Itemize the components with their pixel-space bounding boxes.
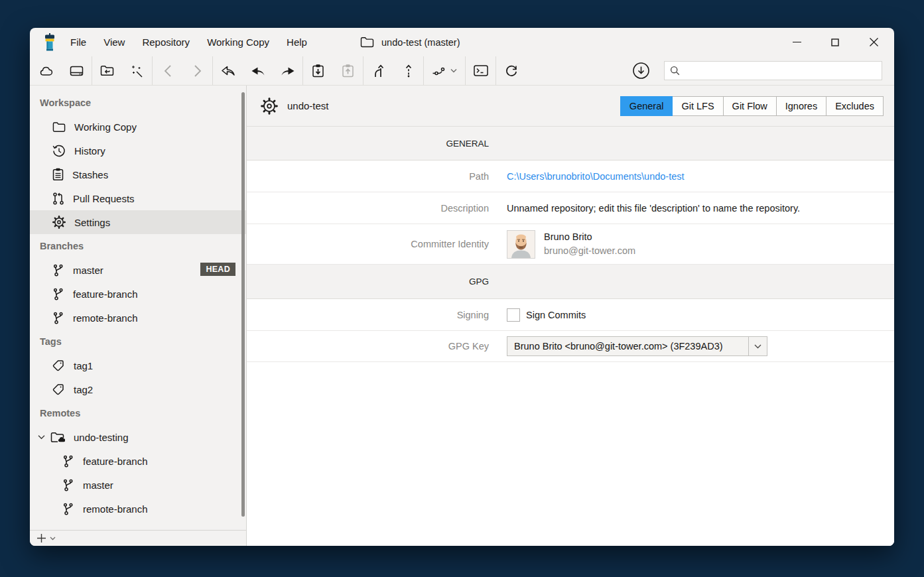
add-repository-chevron-icon[interactable] (50, 537, 56, 541)
gpg-key-row: GPG Key Bruno Brito <bruno@git-tower.com… (247, 331, 894, 362)
branch-actions-button[interactable] (424, 56, 465, 85)
sidebar-item-label: Stashes (72, 169, 108, 180)
chevron-down-icon[interactable] (38, 434, 45, 440)
committer-email: bruno@git-tower.com (544, 244, 635, 258)
settings-pane: undo-test General Git LFS Git Flow Ignor… (247, 86, 894, 546)
sidebar-item-label: tag2 (74, 384, 93, 395)
apply-stash-button[interactable] (333, 56, 363, 85)
window-title-text: undo-test (master) (381, 37, 460, 48)
save-stash-button[interactable] (303, 56, 333, 85)
sidebar-item-history[interactable]: History (30, 139, 246, 162)
open-repository-button[interactable] (92, 56, 122, 85)
undo-button[interactable] (243, 56, 273, 85)
sidebar-item-label: remote-branch (83, 503, 148, 515)
menu-working-copy[interactable]: Working Copy (198, 28, 278, 56)
sidebar-section-branches: Branches (30, 234, 246, 258)
tab-general[interactable]: General (620, 96, 673, 116)
refresh-button[interactable] (496, 56, 526, 85)
sidebar-section-tags: Tags (30, 330, 246, 353)
sign-commits-label: Sign Commits (526, 310, 586, 320)
menu-bar: File View Repository Working Copy Help (62, 28, 316, 56)
quick-actions-wand-button[interactable] (122, 56, 152, 85)
updates-download-button[interactable] (626, 56, 656, 85)
tab-ignores[interactable]: Ignores (777, 96, 826, 116)
tab-git-flow[interactable]: Git Flow (724, 96, 777, 116)
sidebar-item-branch-remote-branch[interactable]: remote-branch (30, 306, 246, 330)
add-repository-button[interactable] (36, 533, 46, 543)
pull-request-icon (52, 192, 64, 205)
settings-tabs: General Git LFS Git Flow Ignores Exclude… (620, 96, 884, 116)
terminal-button[interactable] (466, 56, 495, 85)
back-button[interactable] (153, 56, 182, 85)
gpg-key-label: GPG Key (247, 341, 489, 352)
window-body: Workspace Working Copy (30, 86, 894, 546)
tag-icon (52, 359, 65, 372)
tab-git-lfs[interactable]: Git LFS (673, 96, 723, 116)
sidebar-item-remote-master[interactable]: master (30, 473, 246, 497)
sidebar-section-workspace: Workspace (30, 91, 246, 115)
push-button[interactable] (393, 56, 423, 85)
cloud-services-button[interactable] (32, 56, 62, 85)
folder-icon (360, 36, 374, 48)
repo-title: undo-test (287, 100, 329, 111)
branch-icon (62, 503, 74, 515)
general-section-title: GENERAL (247, 139, 489, 149)
sign-commits-checkbox[interactable] (507, 308, 520, 322)
sidebar-item-remote-feature-branch[interactable]: feature-branch (30, 449, 246, 473)
discard-arrow-button[interactable] (213, 56, 243, 85)
branch-icon (62, 455, 74, 468)
sidebar-item-stashes[interactable]: Stashes (30, 162, 246, 186)
sidebar-item-settings[interactable]: Settings (30, 210, 246, 234)
branch-icon (52, 264, 64, 277)
history-clock-icon (52, 145, 66, 157)
menu-view[interactable]: View (95, 28, 133, 56)
description-row: Description Unnamed repository; edit thi… (247, 192, 894, 224)
menu-help[interactable]: Help (278, 28, 316, 56)
forward-button[interactable] (182, 56, 212, 85)
path-row: Path C:\Users\brunobrito\Documents\undo-… (247, 160, 894, 192)
committer-identity[interactable]: Bruno Brito bruno@git-tower.com (507, 230, 635, 259)
close-button[interactable] (854, 28, 893, 56)
search-icon (670, 66, 680, 76)
sidebar-item-label: Working Copy (74, 121, 137, 133)
sidebar-item-working-copy[interactable]: Working Copy (30, 115, 246, 139)
sidebar-item-label: tag1 (74, 360, 93, 371)
path-label: Path (247, 171, 489, 182)
signing-label: Signing (247, 310, 489, 320)
search-box (664, 61, 882, 80)
empty-content-area (247, 362, 894, 546)
tab-excludes[interactable]: Excludes (826, 96, 884, 116)
sidebar-item-tag2[interactable]: tag2 (30, 377, 246, 401)
sidebar-item-label: History (74, 145, 105, 157)
sidebar-scrollbar[interactable] (241, 92, 245, 517)
search-input[interactable] (684, 66, 876, 76)
minimize-button[interactable] (777, 28, 816, 56)
sidebar-item-branch-feature-branch[interactable]: feature-branch (30, 282, 246, 306)
window-title: undo-test (master) (360, 28, 460, 56)
path-link[interactable]: C:\Users\brunobrito\Documents\undo-test (507, 171, 685, 182)
maximize-button[interactable] (816, 28, 854, 56)
tower-app-icon (44, 33, 55, 51)
gpg-key-selected-value: Bruno Brito <bruno@git-tower.com> (3F239… (507, 337, 748, 355)
general-section-band: GENERAL (247, 127, 894, 160)
local-repos-button[interactable] (62, 56, 92, 85)
settings-header: undo-test General Git LFS Git Flow Ignor… (247, 86, 894, 127)
redo-button[interactable] (273, 56, 302, 85)
sidebar-bottom-bar (30, 530, 246, 546)
toolbar (30, 56, 894, 86)
sidebar-item-label: master (73, 265, 103, 276)
chevron-down-icon[interactable] (748, 337, 767, 355)
sidebar-item-label: master (83, 480, 113, 491)
window-controls (777, 28, 893, 56)
merge-button[interactable] (363, 56, 393, 85)
clipboard-icon (52, 168, 64, 181)
sidebar-item-branch-master[interactable]: master HEAD (30, 258, 246, 282)
sidebar-item-remote-remote-branch[interactable]: remote-branch (30, 497, 246, 521)
gpg-key-select[interactable]: Bruno Brito <bruno@git-tower.com> (3F239… (507, 336, 767, 356)
sidebar-item-remote-undo-testing[interactable]: undo-testing (30, 425, 246, 449)
menu-file[interactable]: File (62, 28, 95, 56)
menu-repository[interactable]: Repository (133, 28, 198, 56)
sidebar-item-tag1[interactable]: tag1 (30, 353, 246, 377)
sidebar-item-pull-requests[interactable]: Pull Requests (30, 186, 246, 210)
gear-icon (52, 216, 66, 229)
